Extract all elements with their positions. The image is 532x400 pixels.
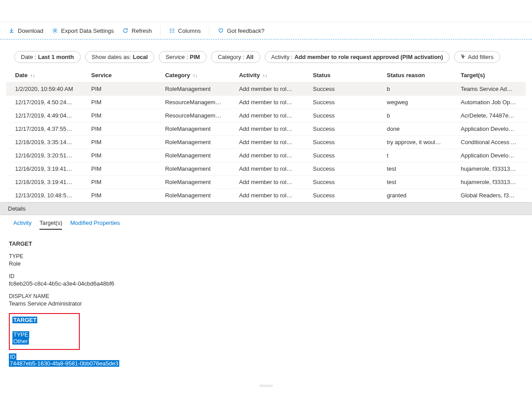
target2-id-block: ID 74487eb5-1630-4fa8-9581-0bb076ea5de3	[9, 353, 523, 367]
download-label: Download	[18, 27, 43, 34]
cell-status: Success	[304, 189, 378, 202]
cell-reason: b	[378, 109, 452, 122]
target2-id-value: 74487eb5-1630-4fa8-9581-0bb076ea5de3	[9, 360, 119, 367]
cell-targets: hujamerole, f333134d-e...	[452, 162, 526, 176]
cell-service: PIM	[82, 176, 156, 189]
cell-status: Success	[304, 162, 378, 176]
col-reason[interactable]: Status reason	[378, 68, 452, 82]
cell-date: 12/16/2019, 3:20:51 PM	[6, 149, 82, 162]
cell-activity: Add member to role req...	[230, 189, 304, 202]
heart-icon	[217, 27, 224, 34]
cell-activity: Add member to role req...	[230, 122, 304, 136]
target-id-value: fc8eb205-c8c4-4b5c-a3e4-04cbd6a48bf6	[9, 280, 523, 287]
cell-reason: try approve, it would fail...	[378, 136, 452, 149]
filter-category[interactable]: Category : All	[211, 51, 260, 63]
refresh-label: Refresh	[132, 27, 152, 34]
table-row[interactable]: 12/16/2019, 3:35:14 PMPIMRoleManagementA…	[6, 136, 526, 149]
svg-point-0	[54, 30, 56, 31]
cell-category: RoleManagement	[156, 162, 230, 176]
cell-activity: Add member to role req...	[230, 149, 304, 162]
toolbar-separator	[160, 26, 160, 35]
target-type-label: TYPE	[9, 253, 523, 259]
cell-targets: Application Developer, 9...	[452, 149, 526, 162]
table-row[interactable]: 12/13/2019, 10:48:54 AMPIMRoleManagement…	[6, 189, 526, 202]
cell-targets: hujamerole, f333134d-e...	[452, 176, 526, 189]
columns-button[interactable]: Columns	[168, 27, 201, 34]
gear-icon	[51, 27, 59, 34]
tab-activity[interactable]: Activity	[13, 218, 31, 230]
cell-activity: Add member to role req...	[230, 162, 304, 176]
cell-status: Success	[304, 82, 378, 96]
filter-service[interactable]: Service : PIM	[159, 51, 207, 63]
cell-category: RoleManagement	[156, 189, 230, 202]
details-header: Details	[0, 202, 532, 215]
feedback-button[interactable]: Got feedback?	[217, 27, 265, 34]
cell-date: 12/17/2019, 4:50:24 PM	[6, 96, 82, 109]
cell-activity: Add member to role req...	[230, 96, 304, 109]
cell-category: ResourceManagement	[156, 109, 230, 122]
target-heading: TARGET	[9, 240, 523, 247]
col-targets[interactable]: Target(s)	[452, 68, 526, 82]
add-filters-button[interactable]: Add filters	[454, 51, 500, 63]
cell-status: Success	[304, 122, 378, 136]
table-row[interactable]: 12/16/2019, 3:20:51 PMPIMRoleManagementA…	[6, 149, 526, 162]
cell-date: 12/17/2019, 4:37:55 PM	[6, 122, 82, 136]
table-row[interactable]: 12/17/2019, 4:37:55 PMPIMRoleManagementA…	[6, 122, 526, 136]
export-label: Export Data Settings	[61, 27, 114, 34]
table-row[interactable]: 12/17/2019, 4:50:24 PMPIMResourceManagem…	[6, 96, 526, 109]
cell-targets: Global Readers, f39b575...	[452, 189, 526, 202]
toolbar: Download Export Data Settings Refresh Co…	[0, 22, 532, 39]
table-row[interactable]: 12/16/2019, 3:19:41 PMPIMRoleManagementA…	[6, 176, 526, 189]
table-row[interactable]: 12/17/2019, 4:49:04 PMPIMResourceManagem…	[6, 109, 526, 122]
filter-activity[interactable]: Activity : Add member to role request ap…	[265, 51, 450, 63]
cell-service: PIM	[82, 136, 156, 149]
target-type-value: Role	[9, 260, 523, 267]
cell-status: Success	[304, 176, 378, 189]
sort-icon: ↑↓	[30, 73, 35, 78]
cell-reason: b	[378, 82, 452, 96]
cell-date: 12/16/2019, 3:35:14 PM	[6, 136, 82, 149]
export-button[interactable]: Export Data Settings	[51, 27, 114, 34]
tab-modified-properties[interactable]: Modified Properties	[70, 218, 120, 230]
download-button[interactable]: Download	[8, 27, 43, 34]
col-service[interactable]: Service	[82, 68, 156, 82]
cell-activity: Add member to role req...	[230, 136, 304, 149]
cell-date: 12/16/2019, 3:19:41 PM	[6, 176, 82, 189]
cell-service: PIM	[82, 82, 156, 96]
columns-icon	[168, 27, 176, 34]
cell-date: 12/17/2019, 4:49:04 PM	[6, 109, 82, 122]
cell-date: 1/2/2020, 10:59:40 AM	[6, 82, 82, 96]
cell-date: 12/13/2019, 10:48:54 AM	[6, 189, 82, 202]
toolbar-separator-2	[209, 26, 209, 35]
resize-handle[interactable]	[0, 384, 532, 387]
table-row[interactable]: 1/2/2020, 10:59:40 AMPIMRoleManagementAd…	[6, 82, 526, 96]
cell-service: PIM	[82, 189, 156, 202]
col-date[interactable]: Date↑↓	[6, 68, 82, 82]
refresh-icon	[122, 27, 129, 34]
filter-date[interactable]: Date : Last 1 month	[14, 51, 81, 63]
results-table: Date↑↓ Service Category↑↓ Activity↑↓ Sta…	[0, 68, 532, 202]
col-status[interactable]: Status	[304, 68, 378, 82]
cell-category: RoleManagement	[156, 149, 230, 162]
highlighted-target-box: TARGET TYPE Other	[9, 313, 80, 350]
targets-pane: TARGET TYPE Role ID fc8eb205-c8c4-4b5c-a…	[0, 230, 532, 384]
table-row[interactable]: 12/16/2019, 3:19:41 PMPIMRoleManagementA…	[6, 162, 526, 176]
cell-targets: Conditional Access Adm...	[452, 136, 526, 149]
cell-status: Success	[304, 149, 378, 162]
target2-heading: TARGET	[12, 317, 37, 323]
cell-targets: AcrDelete, 74487eb5-16...	[452, 109, 526, 122]
tab-targets[interactable]: Target(s)	[39, 218, 62, 230]
cell-reason: test	[378, 162, 452, 176]
col-activity[interactable]: Activity↑↓	[230, 68, 304, 82]
filter-bar: Date : Last 1 month Show dates as: Local…	[0, 39, 532, 68]
filter-show-dates[interactable]: Show dates as: Local	[85, 51, 155, 63]
cell-activity: Add member to role req...	[230, 82, 304, 96]
col-category[interactable]: Category↑↓	[156, 68, 230, 82]
target-id-label: ID	[9, 273, 523, 279]
sort-icon: ↑↓	[262, 73, 267, 78]
feedback-label: Got feedback?	[227, 27, 265, 34]
sort-icon: ↑↓	[193, 73, 198, 78]
cell-reason: wegweg	[378, 96, 452, 109]
refresh-button[interactable]: Refresh	[122, 27, 152, 34]
cell-service: PIM	[82, 122, 156, 136]
